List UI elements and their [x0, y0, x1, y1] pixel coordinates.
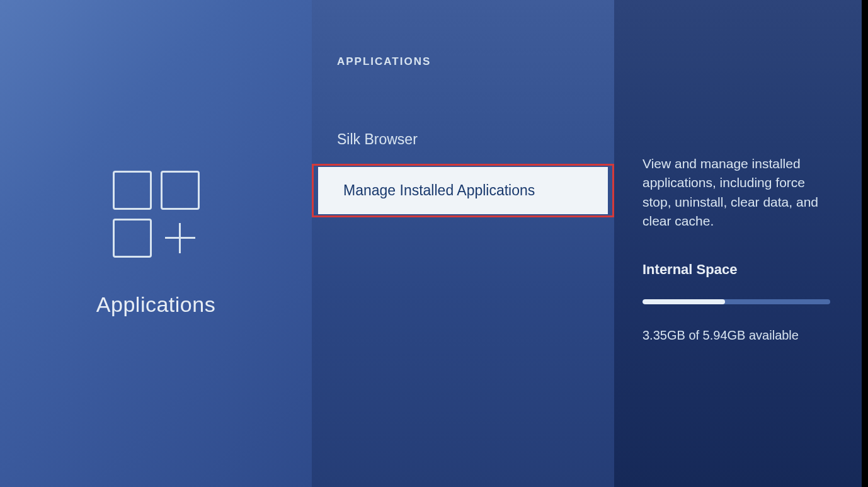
left-category-panel: Applications [0, 0, 312, 487]
app-square-icon [161, 171, 200, 210]
menu-item-silk-browser[interactable]: Silk Browser [312, 118, 614, 161]
section-header: APPLICATIONS [312, 55, 614, 68]
applications-icon [113, 171, 200, 258]
app-square-icon [113, 171, 152, 210]
app-plus-icon [161, 219, 200, 258]
storage-progress-bar [642, 299, 830, 304]
storage-label: Internal Space [642, 261, 830, 278]
app-square-icon [113, 219, 152, 258]
category-title: Applications [96, 292, 215, 317]
menu-panel: APPLICATIONS Silk Browser Manage Install… [312, 0, 614, 487]
settings-screen: Applications APPLICATIONS Silk Browser M… [0, 0, 862, 487]
highlight-annotation: Manage Installed Applications [312, 164, 614, 217]
storage-progress-fill [642, 299, 725, 304]
item-description: View and manage installed applications, … [642, 154, 830, 231]
storage-available-text: 3.35GB of 5.94GB available [642, 328, 830, 343]
menu-item-manage-apps[interactable]: Manage Installed Applications [318, 167, 608, 214]
detail-panel: View and manage installed applications, … [614, 0, 862, 487]
